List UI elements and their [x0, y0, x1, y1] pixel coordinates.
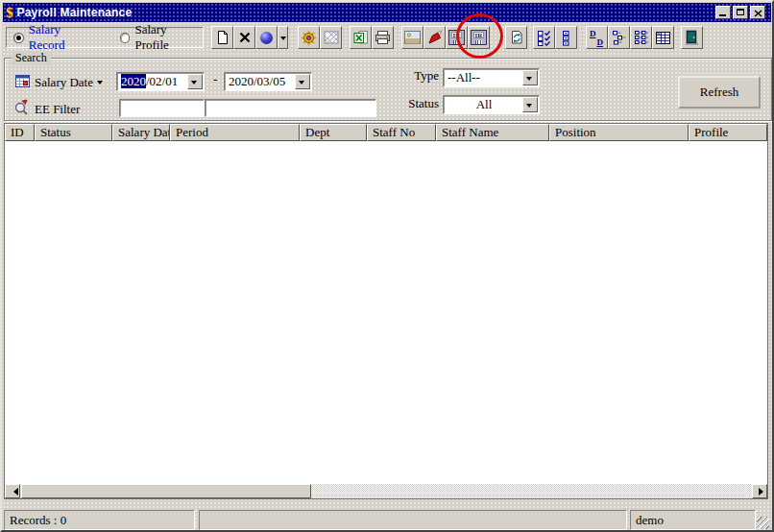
- close-icon: [754, 10, 762, 17]
- status-value: All: [444, 97, 524, 112]
- type-label: Type: [412, 68, 439, 84]
- status-combo[interactable]: All: [443, 95, 540, 114]
- radio-salary-record-label: Salary Record: [29, 22, 99, 53]
- double-d-sort-icon: D D: [589, 30, 605, 46]
- record-type-panel: Salary Record Salary Profile: [6, 27, 204, 48]
- maximize-button[interactable]: [733, 6, 748, 19]
- blue-sphere-icon: [260, 32, 273, 44]
- print-button[interactable]: [372, 26, 394, 49]
- dollar-app-icon: $: [6, 5, 13, 21]
- date-to-combo[interactable]: 2020/03/05: [224, 72, 312, 91]
- scrollbar-thumb[interactable]: [21, 484, 311, 498]
- red-marker-button[interactable]: [423, 26, 446, 49]
- status-dropdown-button[interactable]: [522, 97, 538, 112]
- sort-detail-button[interactable]: D D: [586, 26, 608, 49]
- scroll-left-button[interactable]: [5, 484, 20, 498]
- exit-button[interactable]: [681, 26, 703, 49]
- gear-icon: [301, 30, 317, 46]
- ee-filter-input-2[interactable]: [205, 99, 376, 117]
- table-grid-icon: [655, 31, 671, 45]
- grid-header-row: ID Status Salary Date Period Dept Staff …: [5, 124, 767, 141]
- status-middle-panel: [199, 510, 627, 530]
- multi-check-list-button[interactable]: [533, 26, 555, 49]
- salary-date-dropdown-icon[interactable]: [97, 81, 103, 87]
- records-grid: ID Status Salary Date Period Dept Staff …: [4, 123, 768, 499]
- salary-date-label: Salary Date: [35, 75, 93, 90]
- column-header-salary-date[interactable]: Salary Date: [112, 124, 170, 141]
- scroll-right-button[interactable]: [752, 484, 767, 498]
- item-list-button[interactable]: [555, 26, 577, 49]
- list-icon: [562, 30, 570, 46]
- date-from-highlight: 2020: [121, 74, 146, 88]
- pattern-grid-button[interactable]: [320, 26, 342, 49]
- minimize-icon: [719, 14, 726, 16]
- date-from-rest: /02/01: [146, 74, 178, 88]
- d-letter: D: [597, 37, 604, 47]
- record-sphere-button[interactable]: [255, 26, 278, 49]
- column-header-staff-no[interactable]: Staff No: [367, 124, 436, 141]
- type-dropdown-button[interactable]: [522, 70, 538, 85]
- radio-selected-icon: [13, 33, 24, 43]
- column-header-dept[interactable]: Dept: [300, 124, 367, 141]
- exit-door-icon: [685, 30, 699, 45]
- column-header-period[interactable]: Period: [170, 124, 300, 141]
- record-dropdown-button[interactable]: [278, 26, 288, 49]
- tree-view-large-button[interactable]: [630, 26, 652, 49]
- status-label: Status: [404, 96, 439, 111]
- refresh-button[interactable]: Refresh: [678, 76, 761, 109]
- settings-gear-button[interactable]: [298, 26, 320, 49]
- new-document-icon: [215, 30, 230, 45]
- horizontal-scrollbar[interactable]: [5, 484, 767, 498]
- table-view-button[interactable]: [652, 26, 674, 49]
- column-header-staff-name[interactable]: Staff Name: [436, 124, 549, 141]
- radio-salary-profile[interactable]: Salary Profile: [120, 22, 203, 53]
- window-controls: [714, 6, 765, 19]
- d-letter: D: [590, 29, 596, 38]
- red-marker-icon: [427, 30, 443, 45]
- ee-filter-input-1[interactable]: [119, 99, 205, 117]
- minimize-button[interactable]: [715, 6, 731, 19]
- ee-filter-icon: [13, 99, 31, 115]
- date-to-value: 2020/03/05: [229, 74, 285, 89]
- picture-icon: [404, 31, 421, 44]
- type-combo[interactable]: --All--: [443, 68, 540, 87]
- calendar-icon: [14, 73, 31, 89]
- date-from-combo[interactable]: 2020/02/01: [116, 72, 205, 91]
- maximize-icon: [737, 9, 744, 15]
- date-from-dropdown-button[interactable]: [187, 74, 203, 89]
- excel-icon: [353, 30, 369, 45]
- radio-salary-record[interactable]: Salary Record: [13, 22, 99, 53]
- grid-body-empty[interactable]: [5, 141, 767, 484]
- date-range-separator: -: [213, 72, 217, 87]
- column-header-id[interactable]: ID: [5, 124, 35, 141]
- title-bar[interactable]: $ Payroll Maintenance: [3, 3, 771, 22]
- refresh-document-button[interactable]: [505, 26, 527, 49]
- printer-icon: [375, 30, 391, 45]
- tree-small-icon: [612, 30, 627, 45]
- tree-large-icon: [634, 30, 649, 45]
- lattice-grid-icon: [324, 30, 339, 45]
- date-to-dropdown-button[interactable]: [295, 74, 310, 89]
- radio-salary-profile-label: Salary Profile: [134, 22, 203, 53]
- red-circle-annotation: [456, 13, 503, 59]
- ee-filter-label: EE Filter: [35, 102, 80, 117]
- export-excel-button[interactable]: [350, 26, 372, 49]
- column-header-profile[interactable]: Profile: [689, 124, 767, 141]
- checklist-icon: [537, 30, 552, 46]
- column-header-status[interactable]: Status: [35, 124, 112, 141]
- tree-view-small-button[interactable]: [608, 26, 630, 49]
- window-title: Payroll Maintenance: [17, 6, 133, 19]
- refresh-document-icon: [509, 30, 524, 45]
- payroll-maintenance-window: $ Payroll Maintenance Salary Record Sala…: [0, 0, 774, 532]
- close-button[interactable]: [750, 6, 765, 19]
- user-panel: demo: [630, 510, 756, 530]
- type-value: --All--: [447, 70, 480, 85]
- preview-image-button[interactable]: [401, 26, 423, 49]
- resize-grip[interactable]: [757, 517, 769, 529]
- chevron-down-icon: [280, 36, 286, 43]
- delete-button[interactable]: [233, 26, 255, 49]
- new-document-button[interactable]: [211, 26, 233, 49]
- status-bar: Records : 0 demo: [2, 508, 772, 532]
- search-group-title: Search: [12, 51, 51, 65]
- column-header-position[interactable]: Position: [549, 124, 689, 141]
